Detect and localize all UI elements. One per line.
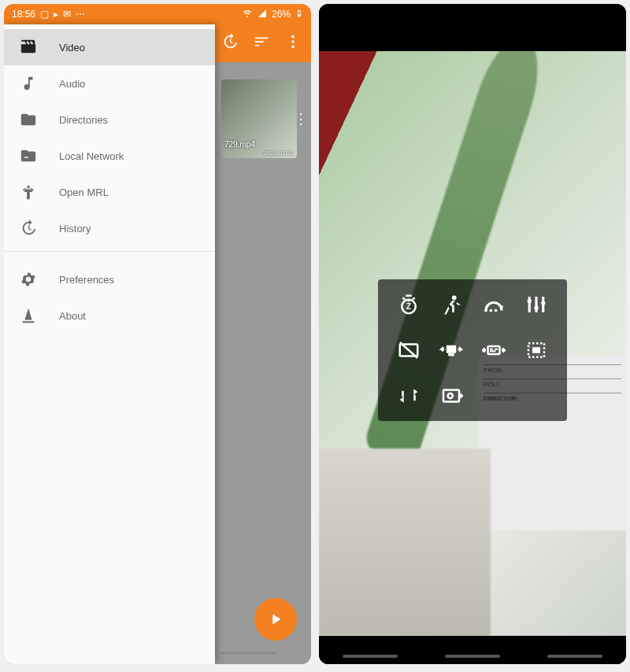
nav-back-pill[interactable] bbox=[220, 652, 276, 655]
network-folder-icon bbox=[20, 147, 37, 164]
svg-rect-18 bbox=[532, 347, 540, 353]
drawer-item-label: Open MRL bbox=[59, 186, 109, 198]
equalizer-button[interactable] bbox=[515, 290, 558, 319]
play-fab[interactable] bbox=[254, 598, 297, 641]
playback-speed-button[interactable] bbox=[430, 290, 472, 319]
status-time: 18:56 bbox=[12, 9, 35, 20]
folder-icon bbox=[20, 111, 37, 128]
library-screen: 18:56 ▢ ▸ ✉ ⋯ 26% bbox=[4, 4, 311, 664]
nav-recent-pill[interactable] bbox=[343, 655, 398, 658]
crop-button[interactable] bbox=[515, 336, 558, 364]
thumbnail-resolution: 1920x1080 bbox=[262, 150, 294, 157]
drawer-item-video[interactable]: Video bbox=[4, 29, 215, 65]
drawer-item-history[interactable]: History bbox=[4, 210, 215, 246]
player-screen: PROD. ROLL DIRECTOR: Z bbox=[319, 4, 626, 664]
thumbnail-filename: 729.mp4 bbox=[224, 140, 255, 149]
drawer-item-label: Video bbox=[59, 42, 85, 54]
thumbnail-more-icon[interactable]: ⋮ bbox=[294, 117, 308, 120]
audio-track-button[interactable] bbox=[430, 336, 472, 364]
drawer-item-local-network[interactable]: Local Network bbox=[4, 138, 215, 174]
drawer-item-label: Audio bbox=[59, 78, 85, 90]
svg-point-9 bbox=[495, 308, 498, 312]
wifi-icon bbox=[242, 9, 253, 20]
nav-home-pill[interactable] bbox=[445, 655, 500, 658]
video-thumbnail[interactable]: 729.mp4 1920x1080 ⋮ bbox=[221, 79, 297, 158]
drawer-divider bbox=[4, 251, 215, 252]
drawer-main-section: Video Audio Directories bbox=[4, 24, 215, 246]
cone-icon bbox=[20, 307, 37, 324]
movie-icon bbox=[20, 39, 37, 56]
sleep-timer-button[interactable]: Z bbox=[387, 290, 430, 319]
drawer-item-label: Local Network bbox=[59, 150, 124, 162]
mail-indicator-icon: ✉ bbox=[63, 9, 71, 20]
gallery-indicator-icon: ▢ bbox=[40, 9, 49, 20]
svg-rect-11 bbox=[535, 306, 539, 309]
antenna-icon bbox=[20, 183, 37, 201]
pip-button[interactable] bbox=[430, 382, 472, 410]
battery-text: 26% bbox=[272, 9, 291, 20]
overflow-menu-icon[interactable] bbox=[284, 33, 302, 54]
drawer-item-directories[interactable]: Directories bbox=[4, 102, 215, 138]
svg-rect-0 bbox=[298, 14, 301, 16]
subtitle-track-button[interactable] bbox=[472, 336, 515, 364]
drawer-footer-section: Preferences About bbox=[4, 257, 215, 334]
nav-back-pill[interactable] bbox=[547, 655, 602, 658]
drawer-item-preferences[interactable]: Preferences bbox=[4, 261, 215, 297]
sort-icon[interactable] bbox=[253, 33, 270, 54]
svg-rect-14 bbox=[447, 345, 457, 353]
svg-point-3 bbox=[291, 46, 295, 49]
status-bar: 18:56 ▢ ▸ ✉ ⋯ 26% bbox=[4, 4, 311, 24]
svg-text:Z: Z bbox=[406, 302, 411, 311]
gear-icon bbox=[20, 271, 37, 288]
navigation-drawer: Video Audio Directories bbox=[4, 24, 215, 664]
svg-point-2 bbox=[291, 40, 295, 43]
recent-icon[interactable] bbox=[221, 33, 239, 54]
android-nav-bar bbox=[319, 636, 626, 664]
drawer-item-audio[interactable]: Audio bbox=[4, 65, 215, 102]
history-icon bbox=[20, 220, 37, 237]
signal-icon bbox=[258, 9, 267, 20]
drawer-item-label: About bbox=[59, 310, 86, 322]
svg-point-1 bbox=[291, 35, 295, 39]
svg-point-20 bbox=[448, 393, 453, 398]
drawer-item-about[interactable]: About bbox=[4, 297, 215, 334]
svg-point-8 bbox=[489, 308, 492, 312]
jump-to-button[interactable] bbox=[472, 290, 515, 319]
repeat-button[interactable] bbox=[387, 382, 430, 410]
music-note-icon bbox=[20, 75, 37, 92]
advanced-options-overlay: Z bbox=[378, 279, 567, 421]
svg-rect-12 bbox=[541, 301, 545, 305]
video-content-pot bbox=[319, 449, 491, 636]
svg-rect-16 bbox=[488, 346, 500, 354]
drawer-item-open-mrl[interactable]: Open MRL bbox=[4, 174, 215, 210]
video-frame[interactable]: PROD. ROLL DIRECTOR: Z bbox=[319, 51, 626, 636]
svg-rect-19 bbox=[443, 390, 459, 401]
svg-rect-10 bbox=[528, 300, 532, 303]
more-notifications-icon: ⋯ bbox=[76, 9, 85, 20]
youtube-indicator-icon: ▸ bbox=[54, 9, 58, 20]
drawer-item-label: Preferences bbox=[59, 274, 114, 286]
battery-icon bbox=[295, 8, 303, 21]
svg-point-6 bbox=[452, 295, 457, 300]
drawer-item-label: History bbox=[59, 223, 91, 234]
svg-rect-15 bbox=[448, 353, 454, 356]
popup-disabled-button[interactable] bbox=[387, 336, 430, 364]
drawer-item-label: Directories bbox=[59, 114, 108, 126]
svg-point-7 bbox=[484, 308, 487, 312]
player-top-bar bbox=[319, 4, 626, 51]
